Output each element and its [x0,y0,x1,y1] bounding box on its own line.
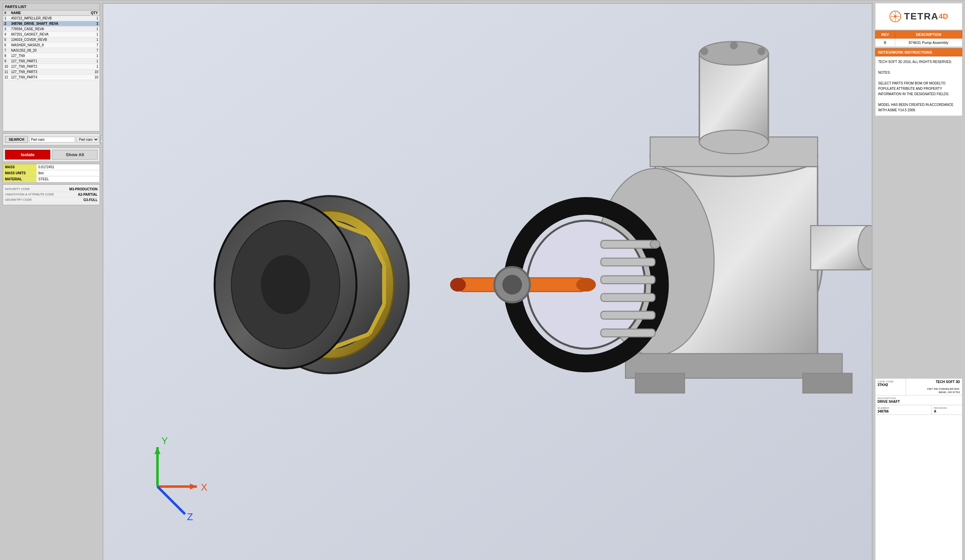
desc-cell: DESCRIPTION DRIVE SHAFT [875,395,962,405]
row-num: 7 [3,48,10,53]
property-row: MATERIAL STEEL [3,176,100,182]
prop-label: MASS [3,164,36,170]
revision-value: A [934,410,960,413]
rev-col-header: REV [875,31,895,39]
row-qty: 10 [90,69,100,75]
title-block-cage-row: CAGE CODE 3TKH2 TECH SOFT 3D 1567 SW CHA… [875,379,962,395]
table-row[interactable]: 10 127_TN9_PART2 1 [3,64,100,69]
desc-col-header: DESCRIPTION [895,31,962,39]
svg-point-10 [730,42,738,50]
parts-list-scroll[interactable]: # NAME QTY 1 450722_IMPELLER_REVB 1 2 34… [3,10,100,131]
row-name: 127_TN9_PART1 [10,59,90,64]
table-row[interactable]: 9 127_TN9_PART1 1 [3,59,100,64]
search-input[interactable] [29,137,75,142]
prop-value: 0.0172451 [36,164,100,170]
search-button[interactable]: SEARCH [5,136,28,143]
title-block-number-row: NUMBER 348766 REVISION A [875,405,962,415]
svg-rect-13 [635,373,685,393]
parts-list-container: PARTS LIST # NAME QTY 1 450722_IMPELLER_… [3,3,100,131]
row-num: 10 [3,64,10,69]
table-row[interactable]: 7 NAS1352_08_20 7 [3,48,100,53]
title-block-desc-row: DESCRIPTION DRIVE SHAFT [875,395,962,405]
description-label: DESCRIPTION [877,397,960,400]
logo-suffix-text: 4D [939,12,948,21]
svg-point-27 [576,278,596,292]
viewport-container: X Y Z ←⌂→↺✛⊞↔⤢⤡⬡⬡⬡◻◾◻◻ [103,3,872,560]
rev-table: REV DESCRIPTION B 874631 Pump Assembly [875,31,962,47]
row-num: 8 [3,53,10,59]
left-panel: PARTS LIST # NAME QTY 1 450722_IMPELLER_… [3,3,100,560]
code-label: GEOMETRY CODE [5,198,32,202]
svg-point-11 [757,47,765,55]
search-row: SEARCH Part nam 🔍 [3,133,100,145]
row-name: 778594_CASE_REVA [10,26,90,32]
row-num: 3 [3,26,10,32]
row-name: 127_TN9_PART2 [10,64,90,69]
col-qty: QTY [90,10,100,16]
table-row[interactable]: 11 127_TN9_PART3 10 [3,69,100,75]
address1: 1567 SW CHANDLER AVE. [927,387,960,390]
show-all-button[interactable]: Show All [52,150,98,160]
rev-description: 874631 Pump Assembly [895,39,962,47]
row-qty: 1 [90,26,100,32]
title-block: CAGE CODE 3TKH2 TECH SOFT 3D 1567 SW CHA… [875,378,962,560]
isolate-button[interactable]: Isolate [5,150,50,160]
prop-value: lbm [36,170,100,176]
properties-table: MASS 0.0172451 MASS UNITS lbm MATERIAL S… [3,164,100,182]
code-value: M3-PRODUCTION [69,187,98,191]
svg-point-20 [650,240,660,248]
row-num: 12 [3,75,10,80]
svg-rect-25 [601,329,655,337]
row-qty: 1 [90,53,100,59]
row-qty: 1 [90,32,100,37]
rev-value: B [875,39,895,47]
table-row[interactable]: 12 127_TN9_PART4 10 [3,75,100,80]
code-label: ANNOTATION & ATTRIBUTE CODE [5,193,54,196]
row-qty: 7 [90,42,100,48]
table-row[interactable]: 3 778594_CASE_REVA 1 [3,26,100,32]
prop-label: MATERIAL [3,176,36,182]
svg-point-30 [502,275,522,295]
row-qty: 1 [90,37,100,42]
table-row[interactable]: 2 348766_DRIVE_SHAFT_REVA 1 [3,21,100,26]
svg-text:Y: Y [161,435,168,446]
row-name: 348766_DRIVE_SHAFT_REVA [10,21,90,26]
col-name: NAME [10,10,90,16]
search-dropdown[interactable]: Part nam [77,137,99,142]
tetra-logo-icon [889,10,901,23]
svg-point-48 [261,255,310,314]
revision-label: REVISION [934,407,960,410]
company-cell: TECH SOFT 3D 1567 SW CHANDLER AVE. BEND,… [906,379,962,395]
number-cell: NUMBER 348766 [875,405,932,415]
col-num: # [3,10,10,16]
row-name: 450722_IMPELLER_REVB [10,16,90,21]
parts-list-header: PARTS LIST [3,3,100,10]
row-num: 9 [3,59,10,64]
row-qty: 1 [90,59,100,64]
svg-text:X: X [201,482,208,493]
code-info: MATURITY CODE M3-PRODUCTION ANNOTATION &… [3,184,100,205]
svg-rect-6 [700,53,769,142]
svg-rect-14 [803,373,852,393]
prop-label: MASS UNITS [3,170,36,176]
table-row[interactable]: 1 450722_IMPELLER_REVB 1 [3,16,100,21]
code-value: G3-FULL [83,198,98,202]
cage-code-value: 3TKH2 [877,383,904,387]
description-value: DRIVE SHAFT [877,400,960,403]
row-num: 5 [3,37,10,42]
row-num: 2 [3,21,10,26]
table-row[interactable]: 4 667201_GASKET_REVA 1 [3,32,100,37]
table-row[interactable]: 8 127_TN9 1 [3,53,100,59]
row-qty: 7 [90,48,100,53]
number-value: 348766 [877,410,929,413]
parts-list-table: # NAME QTY 1 450722_IMPELLER_REVB 1 2 34… [3,10,100,80]
center-panel: X Y Z ←⌂→↺✛⊞↔⤢⤡⬡⬡⬡◻◾◻◻ ‹ [103,3,872,560]
table-row[interactable]: 5 134019_COVER_REVB 1 [3,37,100,42]
right-panel: TETRA 4D REV DESCRIPTION B 874631 Pump A… [875,3,962,560]
row-num: 1 [3,16,10,21]
company-name: TECH SOFT 3D [908,380,960,384]
svg-point-8 [700,130,769,154]
notes-content: TECH SOFT 3D 2016, ALL RIGHTS RESERVED. … [875,56,962,116]
viewport-3d[interactable]: X Y Z [103,4,872,560]
table-row[interactable]: 6 WASHER_NAS620_8 7 [3,42,100,48]
